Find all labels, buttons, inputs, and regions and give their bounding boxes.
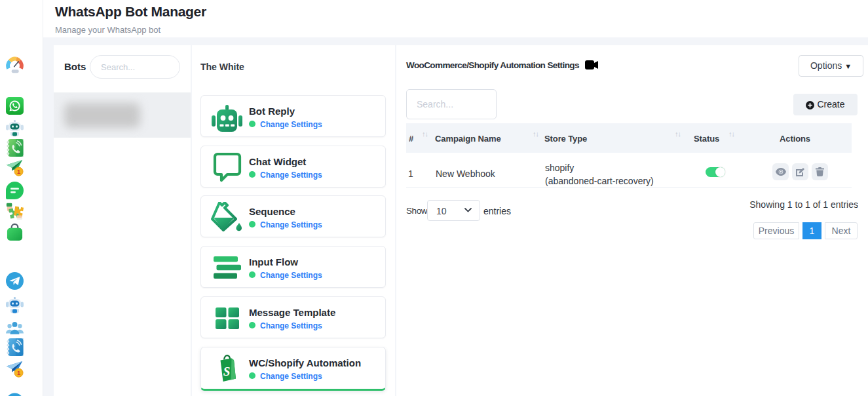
svg-text:S: S	[223, 365, 231, 378]
svg-text:1: 1	[17, 370, 20, 376]
svg-text:1: 1	[17, 168, 20, 175]
